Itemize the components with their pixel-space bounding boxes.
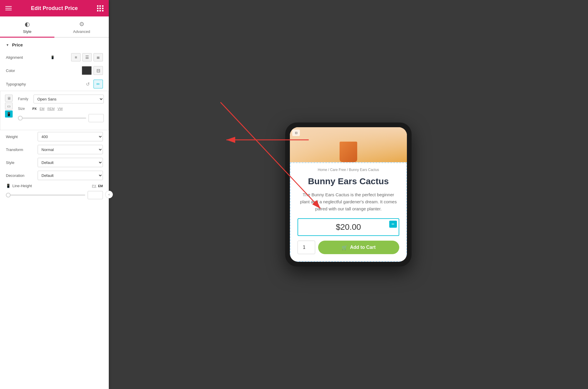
- line-height-device-icon: 📱: [6, 184, 11, 188]
- unit-px[interactable]: PX: [31, 106, 38, 111]
- typography-label: Typography: [6, 82, 35, 86]
- line-height-number-input[interactable]: [88, 191, 103, 199]
- font-family-row: Family Open Sans Arial Helvetica Georgia: [18, 95, 104, 103]
- typography-controls: ↺ ✏: [83, 80, 103, 88]
- line-height-unit-em[interactable]: EM: [98, 184, 103, 188]
- phone-inner: ⊟ Home / Care Free / Bunny Ears Cactus B…: [290, 127, 407, 262]
- font-family-select[interactable]: Open Sans Arial Helvetica Georgia: [34, 95, 104, 103]
- weight-row: Weight 400 100200300 500600700 800900: [0, 130, 109, 143]
- line-height-row: 📱 Line-Height PX EM: [0, 182, 109, 190]
- weight-label: Weight: [6, 135, 35, 139]
- add-to-cart-button[interactable]: 🛒 Add to Cart: [318, 241, 399, 254]
- align-left-button[interactable]: ≡: [71, 53, 81, 61]
- decoration-select[interactable]: Default NoneUnderlineOverlineLine-throug…: [38, 171, 103, 180]
- font-family-label: Family: [18, 97, 31, 101]
- transform-row: Transform Normal UppercaseLowercaseCapit…: [0, 143, 109, 156]
- phone-screen: ⊟ Home / Care Free / Bunny Ears Cactus B…: [290, 127, 407, 262]
- section-title: Price: [12, 42, 23, 47]
- typography-edit-button[interactable]: ✏: [93, 80, 103, 88]
- preview-area: ⊟ Home / Care Free / Bunny Ears Cactus B…: [109, 0, 588, 389]
- alignment-device-icon: 📱: [51, 56, 55, 59]
- color-label: Color: [6, 68, 35, 73]
- device-tab-desktop[interactable]: 🖥: [5, 95, 13, 102]
- price-section-header[interactable]: ▼ Price: [0, 38, 109, 51]
- typography-refresh-button[interactable]: ↺: [83, 80, 92, 88]
- decoration-label: Decoration: [6, 173, 35, 178]
- size-row: Size PX EM REM VW: [18, 106, 104, 111]
- alignment-label: Alignment: [6, 55, 35, 60]
- device-tab-mobile[interactable]: 📱: [5, 110, 13, 118]
- line-height-label: 📱 Line-Height: [6, 184, 35, 188]
- style-icon: ◐: [25, 21, 30, 28]
- tab-advanced-label: Advanced: [73, 29, 90, 34]
- size-number-input[interactable]: [88, 114, 104, 122]
- pot-shape: [337, 136, 360, 162]
- weight-select[interactable]: 400 100200300 500600700 800900: [38, 132, 103, 141]
- style-select[interactable]: Default NormalItalicOblique: [38, 158, 103, 167]
- breadcrumb: Home / Care Free / Bunny Ears Cactus: [298, 168, 399, 172]
- collapse-panel-button[interactable]: ‹: [105, 191, 113, 198]
- transform-label: Transform: [6, 147, 35, 152]
- align-right-button[interactable]: ≣: [93, 53, 103, 61]
- panel-tabs: ◐ Style ⚙ Advanced: [0, 16, 109, 38]
- line-height-slider-row: [0, 190, 109, 202]
- panel-title: Edit Product Price: [31, 5, 78, 11]
- device-tab-tablet[interactable]: ▭: [5, 103, 13, 110]
- color-row: Color ⊟: [0, 64, 109, 77]
- price-value: $20.00: [336, 222, 361, 232]
- line-height-slider[interactable]: [6, 195, 85, 196]
- device-tabs: 🖥 ▭ 📱: [5, 95, 13, 118]
- color-swatch[interactable]: [82, 66, 92, 75]
- cart-row: 🛒 Add to Cart: [298, 241, 399, 254]
- typography-content: Family Open Sans Arial Helvetica Georgia…: [18, 95, 104, 122]
- section-arrow: ▼: [6, 43, 9, 47]
- quantity-input[interactable]: [298, 241, 315, 254]
- tab-style[interactable]: ◐ Style: [0, 16, 54, 38]
- unit-em[interactable]: EM: [39, 106, 46, 111]
- panel-header: Edit Product Price: [0, 0, 109, 16]
- price-edit-button[interactable]: ✏: [389, 221, 397, 228]
- color-stack-button[interactable]: ⊟: [93, 66, 103, 75]
- left-panel: Edit Product Price ◐ Style ⚙ Advanced ▼ …: [0, 0, 109, 389]
- size-label: Size: [18, 107, 30, 111]
- transform-select[interactable]: Normal UppercaseLowercaseCapitalize: [38, 145, 103, 154]
- unit-vw[interactable]: VW: [57, 106, 64, 111]
- product-image-area: ⊟: [290, 127, 407, 162]
- hamburger-icon[interactable]: [5, 6, 12, 10]
- align-center-button[interactable]: ☰: [82, 53, 92, 61]
- product-content: Home / Care Free / Bunny Ears Cactus Bun…: [290, 162, 407, 262]
- price-box: $20.00 ✏: [298, 218, 399, 236]
- phone-mockup: ⊟ Home / Care Free / Bunny Ears Cactus B…: [285, 123, 412, 266]
- add-to-cart-label: Add to Cart: [350, 245, 375, 250]
- product-description: The Bunny Ears Cactus is the perfect beg…: [298, 191, 399, 212]
- line-height-unit-px[interactable]: PX: [92, 184, 96, 188]
- advanced-icon: ⚙: [79, 21, 84, 28]
- decoration-row: Decoration Default NoneUnderlineOverline…: [0, 169, 109, 182]
- style-label: Style: [6, 160, 35, 165]
- grid-icon[interactable]: [97, 5, 103, 11]
- style-row: Style Default NormalItalicOblique: [0, 156, 109, 169]
- size-slider-row: [18, 114, 104, 122]
- typography-panel: 🖥 ▭ 📱 Family Open Sans Arial Helvetica G…: [0, 91, 109, 130]
- widget-badge: ⊟: [292, 130, 300, 136]
- panel-body: ▼ Price Alignment 📱 ≡ ☰ ≣ Color ⊟ Ty: [0, 38, 109, 389]
- alignment-row: Alignment 📱 ≡ ☰ ≣: [0, 51, 109, 64]
- tab-style-label: Style: [23, 29, 31, 34]
- unit-tabs: PX EM REM VW: [31, 106, 64, 111]
- typography-row: Typography ↺ ✏: [0, 77, 109, 91]
- cart-icon: 🛒: [342, 245, 348, 250]
- line-height-units: PX EM: [92, 184, 103, 188]
- unit-rem[interactable]: REM: [46, 106, 55, 111]
- color-controls: ⊟: [82, 66, 103, 75]
- tab-advanced[interactable]: ⚙ Advanced: [54, 16, 109, 37]
- alignment-controls: ≡ ☰ ≣: [71, 53, 103, 61]
- product-title: Bunny Ears Cactus: [298, 176, 399, 187]
- size-slider[interactable]: [18, 118, 86, 119]
